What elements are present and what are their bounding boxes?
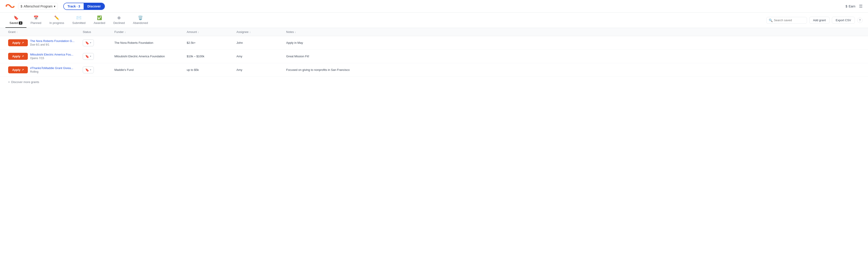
grant-name-1[interactable]: Mitsubishi Electric America Fou... <box>30 53 73 56</box>
trash-tab-icon: 🗑️ <box>138 15 143 20</box>
funder-cell-2: Maddie's Fund <box>112 65 184 75</box>
discover-button[interactable]: Discover <box>84 3 104 9</box>
tab-declined[interactable]: ⊗ Declined <box>109 13 129 28</box>
status-cell-1: 🔖 ▾ <box>80 50 112 63</box>
status-button-1[interactable]: 🔖 ▾ <box>83 53 94 60</box>
plus-icon: + <box>8 80 10 84</box>
calendar-tab-icon: 📅 <box>33 15 38 20</box>
bookmark-status-icon-1: 🔖 <box>85 54 89 58</box>
external-link-icon: ↗ <box>22 41 24 44</box>
assignee-cell-0: John <box>234 38 283 48</box>
tab-in-progress[interactable]: ✏️ In progress <box>45 13 68 28</box>
track-discover-toggle: Track · 3 Discover <box>63 3 105 10</box>
grant-cell-1: Apply ↗ Mitsubishi Electric America Fou.… <box>5 50 80 63</box>
tab-submitted[interactable]: ✉️ Submitted <box>68 13 90 28</box>
grant-name-2[interactable]: #ThanksToMaddie Grant Givea... <box>30 66 73 70</box>
grant-date-2: Rolling <box>30 70 73 73</box>
x-tab-icon: ⊗ <box>117 15 121 20</box>
grant-name-0[interactable]: The Nora Roberts Foundation G... <box>30 39 74 43</box>
earn-button[interactable]: $ Earn <box>846 4 855 8</box>
grant-date-0: Due 6/1 and 9/1 <box>30 43 74 46</box>
funder-cell-0: The Nora Roberts Foundation <box>112 38 184 48</box>
pencil-tab-icon: ✏️ <box>54 15 59 20</box>
col-status-header: Status <box>80 28 112 36</box>
status-chevron-icon-0: ▾ <box>90 41 91 44</box>
search-box[interactable]: 🔍 <box>766 17 807 24</box>
grant-cell-0: Apply ↗ The Nora Roberts Foundation G...… <box>5 36 80 49</box>
search-input[interactable] <box>774 19 804 22</box>
check-tab-icon: ✅ <box>97 15 102 20</box>
track-button[interactable]: Track · 3 <box>64 3 84 9</box>
assignee-sort-icon: ↕ <box>249 31 251 33</box>
discover-more-link[interactable]: + Discover more grants <box>0 77 868 84</box>
table-row: Apply ↗ The Nora Roberts Foundation G...… <box>0 36 868 50</box>
apply-button-0[interactable]: Apply ↗ <box>8 39 28 46</box>
dollar-icon: $ <box>21 4 22 8</box>
sub-navigation: 🔖 Saved 3 📅 Planned ✏️ In progress ✉️ Su… <box>0 13 868 28</box>
chevron-down-icon: ▾ <box>54 4 55 8</box>
col-notes-header[interactable]: Notes ↕ <box>283 28 863 36</box>
grant-date-1: Opens 7/15 <box>30 57 73 60</box>
amount-cell-1: $10k – $100k <box>184 51 234 61</box>
program-name: Afterschool Program <box>24 4 53 8</box>
help-icon[interactable]: ? <box>857 17 863 23</box>
status-cell-2: 🔖 ▾ <box>80 63 112 76</box>
status-chevron-icon-1: ▾ <box>90 55 91 58</box>
table-header: Grant ↑ Status Funder ↕ Amount ↕ Assigne… <box>0 28 868 36</box>
col-grant-header[interactable]: Grant ↑ <box>5 28 80 36</box>
tab-abandoned[interactable]: 🗑️ Abandoned <box>129 13 152 28</box>
table-row: Apply ↗ Mitsubishi Electric America Fou.… <box>0 50 868 63</box>
apply-button-2[interactable]: Apply ↗ <box>8 66 28 73</box>
grant-sort-icon: ↑ <box>17 31 18 33</box>
earn-dollar-icon: $ <box>846 4 847 8</box>
logo <box>5 3 14 9</box>
export-csv-button[interactable]: Export CSV <box>832 17 855 24</box>
bookmark-status-icon-2: 🔖 <box>85 68 89 72</box>
tab-planned[interactable]: 📅 Planned <box>26 13 45 28</box>
funder-cell-1: Mitsubishi Electric America Foundation <box>112 51 184 61</box>
menu-icon[interactable]: ☰ <box>859 4 863 9</box>
status-button-0[interactable]: 🔖 ▾ <box>83 39 94 46</box>
funder-sort-icon: ↕ <box>125 31 126 33</box>
saved-badge: 3 <box>19 22 22 25</box>
external-link-icon: ↗ <box>22 55 24 58</box>
notes-cell-2: Focused on giving to nonprofits in San F… <box>283 65 863 75</box>
amount-sort-icon: ↕ <box>198 31 199 33</box>
add-grant-button[interactable]: Add grant <box>809 17 830 24</box>
header-right: $ Earn ☰ <box>846 4 863 9</box>
amount-cell-0: $2.5k+ <box>184 38 234 48</box>
bookmark-tab-icon: 🔖 <box>13 15 19 20</box>
status-chevron-icon-2: ▾ <box>90 68 91 71</box>
tab-saved[interactable]: 🔖 Saved 3 <box>5 13 26 28</box>
notes-cell-0: Apply in May <box>283 38 863 48</box>
col-amount-header[interactable]: Amount ↕ <box>184 28 234 36</box>
bookmark-status-icon-0: 🔖 <box>85 41 89 45</box>
program-selector[interactable]: $ Afterschool Program ▾ <box>18 3 58 10</box>
col-funder-header[interactable]: Funder ↕ <box>112 28 184 36</box>
external-link-icon: ↗ <box>22 68 24 71</box>
amount-cell-2: up to $5k <box>184 65 234 75</box>
assignee-cell-1: Amy <box>234 51 283 61</box>
col-assignee-header[interactable]: Assignee ↕ <box>234 28 283 36</box>
status-cell-0: 🔖 ▾ <box>80 36 112 49</box>
notes-sort-icon: ↕ <box>295 31 296 33</box>
assignee-cell-2: Amy <box>234 65 283 75</box>
tab-awarded[interactable]: ✅ Awarded <box>90 13 109 28</box>
app-header: $ Afterschool Program ▾ Track · 3 Discov… <box>0 0 868 13</box>
table-row: Apply ↗ #ThanksToMaddie Grant Givea... R… <box>0 63 868 77</box>
subnav-right: 🔍 Add grant Export CSV ? <box>766 17 863 24</box>
envelope-tab-icon: ✉️ <box>76 15 81 20</box>
grant-cell-2: Apply ↗ #ThanksToMaddie Grant Givea... R… <box>5 63 80 76</box>
status-button-2[interactable]: 🔖 ▾ <box>83 67 94 73</box>
search-icon: 🔍 <box>769 19 773 22</box>
notes-cell-1: Great Mission Fit! <box>283 51 863 61</box>
grants-table: Grant ↑ Status Funder ↕ Amount ↕ Assigne… <box>0 28 868 77</box>
apply-button-1[interactable]: Apply ↗ <box>8 53 28 60</box>
